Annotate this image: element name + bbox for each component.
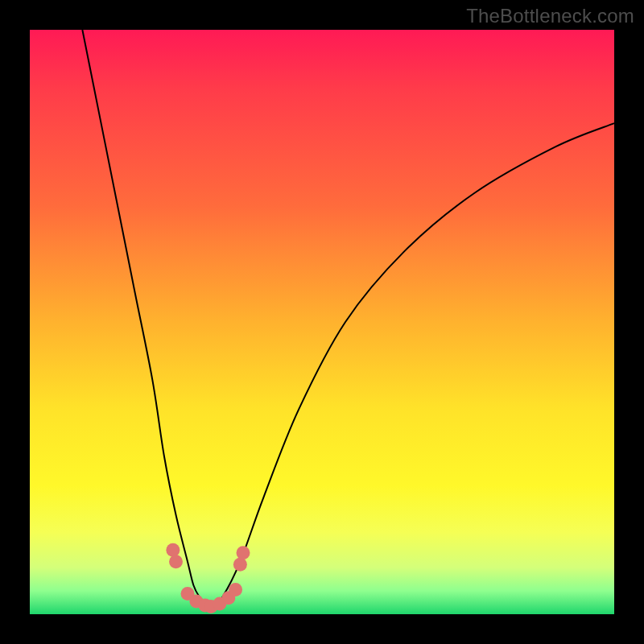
curve-right-branch	[211, 123, 614, 609]
marker-points	[166, 543, 250, 613]
marker-point	[233, 558, 247, 572]
marker-point	[236, 546, 250, 559]
marker-point	[229, 583, 242, 597]
watermark-text: TheBottleneck.com	[466, 5, 634, 27]
marker-point	[169, 555, 183, 568]
outer-frame: TheBottleneck.com	[0, 0, 644, 644]
plot-area	[30, 30, 614, 614]
curve-layer	[30, 30, 614, 614]
bottleneck-curves	[82, 30, 614, 609]
curve-left-branch	[82, 30, 211, 609]
marker-point	[166, 543, 180, 557]
